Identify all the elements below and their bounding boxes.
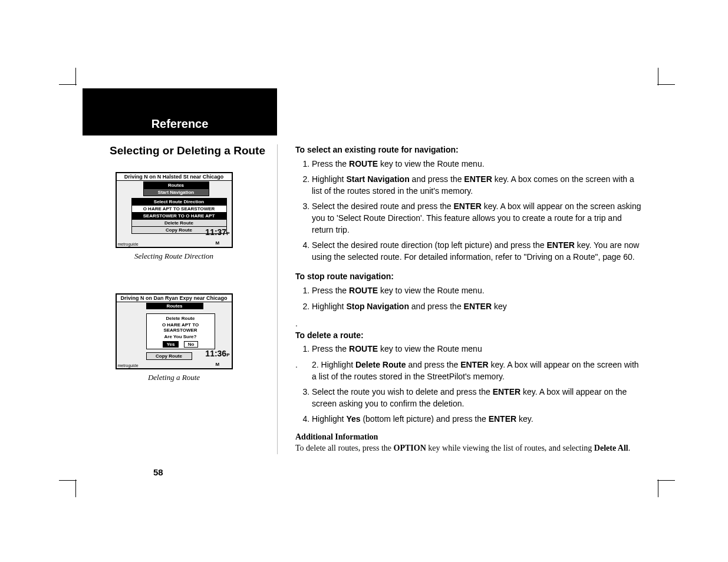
ss2-no-button: No: [184, 341, 199, 348]
additional-heading: Additional Information: [295, 431, 643, 443]
page-subtitle: Selecting or Deleting a Route: [83, 144, 265, 157]
step: Select the route you wish to delete and …: [312, 386, 643, 409]
page-content: Reference Selecting or Deleting a Route …: [83, 88, 643, 474]
step: Press the ROUTE key to view the Route me…: [312, 343, 643, 355]
screenshot-select-direction: Driving N on N Halsted St near Chicago R…: [116, 172, 233, 248]
ss2-below: Copy Route: [146, 352, 192, 360]
step: Highlight Stop Navigation and press the …: [312, 301, 643, 313]
ss1-row2: SEARSTOWER TO O HARE APT: [132, 212, 226, 219]
section-header: Reference: [83, 88, 277, 135]
ss1-row1: O HARE APT TO SEARSTOWER: [132, 205, 226, 212]
ss2-time: 11:36PM: [205, 349, 229, 368]
ss1-title: Driving N on N Halsted St near Chicago: [117, 173, 232, 181]
left-column: Selecting or Deleting a Route Driving N …: [83, 144, 278, 454]
sect3-heading: To delete a route:: [295, 330, 643, 342]
right-column: To select an existing route for navigati…: [278, 144, 643, 454]
additional-info: Additional Information To delete all rou…: [295, 431, 643, 454]
stray-dot: .: [295, 318, 643, 330]
step: Select the desired route and press the E…: [312, 201, 643, 236]
ss2-brand: metroguide: [118, 363, 139, 368]
step: Highlight Start Navigation and press the…: [312, 174, 643, 197]
step: Select the desired route direction (top …: [312, 240, 643, 263]
ss2-title: Driving N on Dan Ryan Expy near Chicago: [117, 295, 232, 302]
additional-text: To delete all routes, press the OPTION k…: [295, 442, 643, 454]
ss1-menu: Routes Start Navigation: [143, 181, 209, 196]
step: Press the ROUTE key to view the Route me…: [312, 285, 643, 297]
step: Highlight Yes (bottom left picture) and …: [312, 414, 643, 425]
step: . 2. Highlight Delete Route and press th…: [312, 359, 643, 382]
sect1-heading: To select an existing route for navigati…: [295, 144, 643, 156]
ss2-dlg-title: Delete Route: [147, 314, 215, 322]
page-number: 58: [153, 467, 163, 477]
ss2-dlg-line1: O HARE APT TO SEARSTOWER: [147, 322, 215, 333]
ss2-dialog: Delete Route O HARE APT TO SEARSTOWER Ar…: [146, 313, 215, 349]
ss2-menu-title: Routes: [146, 303, 203, 309]
sect2-heading: To stop route navigation:: [295, 271, 643, 283]
ss1-menu-title: Routes: [144, 182, 209, 189]
ss1-dialog-title: Select Route Direction: [132, 199, 226, 205]
ss2-dlg-line2: Are You Sure?: [147, 333, 215, 340]
caption-1: Selecting Route Direction: [83, 252, 265, 261]
ss1-brand: metroguide: [118, 242, 139, 246]
step: Press the ROUTE key to view the Route me…: [312, 158, 643, 170]
ss1-time: 11:37PM: [205, 227, 229, 246]
sect2-steps: Press the ROUTE key to view the Route me…: [295, 285, 643, 312]
ss1-below1: Delete Route: [132, 219, 226, 226]
ss1-menu-item: Start Navigation: [144, 189, 209, 196]
screenshot-delete-route: Driving N on Dan Ryan Expy near Chicago …: [116, 293, 233, 369]
caption-2: Deleting a Route: [83, 373, 265, 382]
sect1-steps: Press the ROUTE key to view the Route me…: [295, 158, 643, 263]
ss2-yes-button: Yes: [163, 341, 179, 348]
sect3-steps: Press the ROUTE key to view the Route me…: [295, 343, 643, 425]
